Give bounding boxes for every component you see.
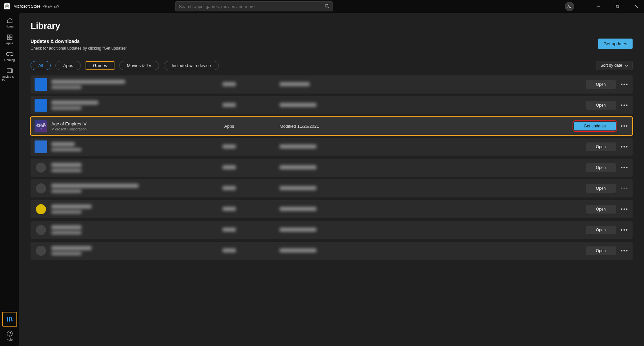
search-box[interactable] (175, 1, 333, 11)
tab-all[interactable]: All (31, 61, 51, 70)
library-row[interactable]: Open ••• (31, 200, 633, 218)
tabs-row: All Apps Games Movies & TV Included with… (31, 61, 633, 70)
tab-included[interactable]: Included with device (164, 61, 218, 70)
minimize-button[interactable] (591, 1, 606, 11)
nav-help[interactable]: Help (2, 328, 18, 343)
svg-rect-6 (616, 5, 618, 8)
row-thumb (36, 204, 46, 214)
svg-rect-1 (6, 6, 7, 7)
row-category: Apps (179, 124, 280, 129)
svg-rect-2 (7, 6, 8, 7)
library-row-highlighted[interactable]: AGE of EMPIRES IV Age of Empires IV Micr… (31, 117, 633, 135)
row-publisher: Microsoft Corporation (51, 127, 179, 131)
tab-movies[interactable]: Movies & TV (119, 61, 159, 70)
nav-movies-label: Movies & TV (2, 75, 18, 82)
open-button[interactable]: Open (586, 80, 616, 89)
open-button[interactable]: Open (586, 101, 616, 110)
more-icon[interactable]: ••• (621, 102, 629, 108)
row-thumb (35, 99, 47, 112)
titlebar: Microsoft Store PREVIEW AJ (0, 0, 644, 13)
library-row[interactable]: Open ••• (31, 242, 633, 260)
maximize-button[interactable] (610, 1, 625, 11)
get-updates-button[interactable]: Get updates (598, 39, 633, 49)
nav-gaming-label: Gaming (4, 58, 15, 62)
content: Library Updates & downloads Check for ad… (19, 13, 644, 346)
open-button[interactable]: Open (586, 226, 616, 234)
gaming-icon (6, 50, 13, 58)
preview-badge: PREVIEW (43, 5, 59, 8)
updates-header: Updates & downloads Check for additional… (31, 39, 633, 51)
updates-subtext: Check for additional updates by clicking… (31, 46, 127, 51)
more-icon[interactable]: ••• (621, 248, 629, 254)
search-icon[interactable] (325, 4, 329, 9)
nav-home[interactable]: Home (2, 15, 18, 30)
svg-rect-17 (7, 317, 8, 322)
nav-gaming[interactable]: Gaming (2, 48, 18, 64)
row-thumb (36, 183, 46, 193)
open-button[interactable]: Open (586, 163, 616, 172)
help-icon (7, 330, 13, 337)
search-input[interactable] (179, 4, 325, 9)
nav-movies[interactable]: Movies & TV (2, 65, 18, 84)
tab-apps[interactable]: Apps (55, 61, 81, 70)
more-icon[interactable]: ••• (621, 227, 629, 233)
apps-icon (6, 34, 13, 41)
search-wrapper (175, 1, 333, 11)
open-button[interactable]: Open (586, 184, 616, 193)
app-name: Microsoft Store (13, 4, 41, 9)
library-icon (6, 315, 13, 323)
more-icon[interactable]: ••• (621, 81, 629, 88)
nav-home-label: Home (5, 25, 13, 28)
row-thumb (36, 246, 46, 256)
home-icon (6, 17, 13, 24)
open-button[interactable]: Open (586, 246, 616, 255)
updates-heading: Updates & downloads (31, 39, 127, 44)
svg-rect-10 (7, 35, 9, 37)
store-logo-icon (4, 3, 10, 9)
page-title: Library (31, 21, 633, 31)
more-icon[interactable]: ••• (621, 123, 629, 129)
nav-apps-label: Apps (6, 42, 13, 45)
library-row[interactable]: Open ••• (31, 75, 633, 94)
close-button[interactable] (629, 1, 644, 11)
library-list: Open ••• Open ••• AGE of EMPIRES IV Age … (31, 75, 633, 260)
movies-icon (6, 67, 13, 74)
svg-rect-11 (10, 35, 12, 37)
user-avatar[interactable]: AJ (565, 2, 574, 11)
nav-library[interactable] (2, 312, 17, 327)
more-icon[interactable]: ••• (621, 144, 629, 150)
row-modified: Modified 11/26/2021 (280, 124, 380, 129)
sort-label: Sort by date (600, 63, 622, 68)
more-icon[interactable]: ••• (621, 206, 629, 212)
svg-rect-18 (9, 317, 10, 322)
svg-point-3 (325, 4, 328, 7)
open-button[interactable]: Open (586, 142, 616, 151)
nav-apps[interactable]: Apps (2, 32, 18, 47)
row-thumb (36, 225, 46, 235)
row-thumb (36, 163, 46, 173)
library-row[interactable]: Open ••• (31, 221, 633, 239)
row-thumb-aoe: AGE of EMPIRES IV (35, 120, 47, 132)
library-row[interactable]: Open ••• (31, 179, 633, 197)
svg-line-4 (328, 7, 329, 8)
open-button[interactable]: Open (586, 205, 616, 214)
sort-dropdown[interactable]: Sort by date (596, 61, 633, 70)
chevron-down-icon (625, 63, 628, 68)
library-row[interactable]: Open ••• (31, 96, 633, 114)
tab-games[interactable]: Games (86, 61, 114, 70)
library-row[interactable]: Open ••• (31, 138, 633, 156)
svg-rect-7 (616, 5, 619, 7)
library-row[interactable]: Open ••• (31, 159, 633, 177)
titlebar-right: AJ (565, 1, 644, 11)
sidebar: Home Apps Gaming Movies & TV (0, 13, 19, 346)
row-thumb (35, 140, 47, 153)
row-title: Age of Empires IV (51, 121, 179, 126)
svg-rect-12 (7, 38, 9, 40)
svg-point-20 (9, 335, 10, 335)
more-icon[interactable]: ••• (621, 185, 629, 191)
row-thumb (35, 78, 47, 91)
row-get-updates-button[interactable]: Get updates (574, 122, 616, 130)
nav-help-label: Help (6, 338, 13, 341)
more-icon[interactable]: ••• (621, 165, 629, 171)
svg-rect-13 (10, 38, 12, 40)
